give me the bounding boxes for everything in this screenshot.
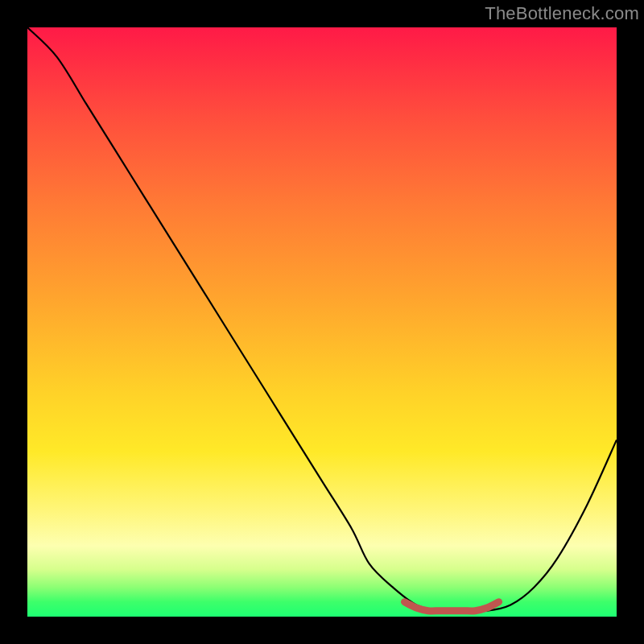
bottleneck-curve: [27, 27, 617, 611]
optimal-range-marker: [405, 602, 499, 611]
chart-svg: [27, 27, 617, 617]
watermark-text: TheBottleneck.com: [485, 3, 639, 24]
chart-frame: TheBottleneck.com: [0, 0, 644, 644]
chart-plot-area: [27, 27, 617, 617]
